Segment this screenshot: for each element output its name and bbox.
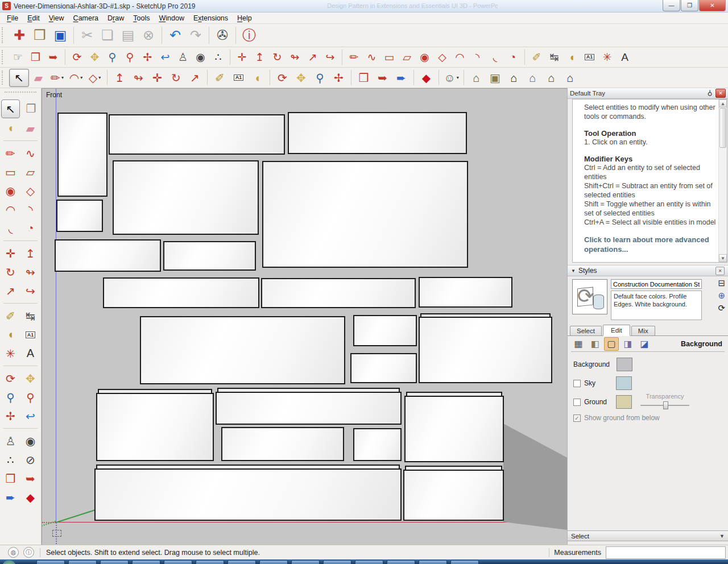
taskbar-app-button[interactable] xyxy=(132,560,160,564)
tab-mix[interactable]: Mix xyxy=(631,326,655,335)
scrollbar-thumb[interactable] xyxy=(719,108,726,148)
zoom-button[interactable]: ⚲ xyxy=(2,388,19,406)
stone-block[interactable] xyxy=(109,114,285,155)
paint-bucket-button[interactable]: ◖ xyxy=(248,69,267,86)
view-back-button[interactable]: ⌂ xyxy=(523,69,542,86)
start-button[interactable] xyxy=(2,560,16,564)
line-button[interactable]: ✏ xyxy=(2,144,19,162)
taskbar-app-button[interactable] xyxy=(228,560,256,564)
menu-file[interactable]: File xyxy=(2,13,23,23)
stone-block[interactable] xyxy=(419,317,552,383)
tab-select[interactable]: Select xyxy=(570,326,602,335)
rotate-button[interactable]: ↻ xyxy=(167,69,185,86)
menu-window[interactable]: Window xyxy=(154,13,188,23)
view-top-button[interactable]: ▣ xyxy=(486,69,504,86)
select-button[interactable]: ↖ xyxy=(1,99,20,118)
model-viewport[interactable]: Front xyxy=(42,88,567,545)
stone-block[interactable] xyxy=(262,161,468,268)
two-point-arc-button[interactable]: ◝ xyxy=(469,49,486,65)
arc-button[interactable]: ◠▾ xyxy=(67,69,85,86)
taskbar-app-button[interactable] xyxy=(419,560,447,564)
tape-measure-button[interactable]: ✐ xyxy=(2,307,19,325)
instructor-learn-more-link[interactable]: Click to learn about more advanced opera… xyxy=(584,235,718,254)
freehand-button[interactable]: ∿ xyxy=(22,144,39,162)
extension-warehouse-button[interactable]: ◆ xyxy=(417,69,436,86)
style-description[interactable]: Default face colors. Profile Edges. Whit… xyxy=(611,291,702,320)
windows-taskbar[interactable] xyxy=(0,559,728,564)
scale-button[interactable]: ↗ xyxy=(2,282,19,300)
rotate-button[interactable]: ↻ xyxy=(2,263,19,281)
rotate-button[interactable]: ↻ xyxy=(268,49,286,65)
zoom-extents-button[interactable]: ✢ xyxy=(329,69,348,86)
style-thumbnail[interactable]: ⟳ xyxy=(572,279,607,314)
sky-color-swatch[interactable] xyxy=(616,376,632,390)
arc-button[interactable]: ◠ xyxy=(451,49,469,65)
title-bar[interactable]: S Veneer-Dimensional-Ashlar-3D-#1.skp - … xyxy=(0,0,728,13)
scrollbar[interactable]: ▲ ▼ xyxy=(718,99,727,262)
move-button[interactable]: ✛ xyxy=(2,244,19,262)
stone-block[interactable] xyxy=(140,316,345,384)
face-settings-icon[interactable]: ◧ xyxy=(588,337,602,351)
orbit-button[interactable]: ⟳ xyxy=(2,370,19,387)
pan-button[interactable]: ✥ xyxy=(292,69,311,86)
edge-settings-icon[interactable]: ▦ xyxy=(571,337,586,351)
stone-block[interactable] xyxy=(103,277,259,308)
zoom-previous-button[interactable]: ↩ xyxy=(156,49,174,65)
text-button[interactable]: A1 xyxy=(22,326,39,343)
watermark-settings-icon[interactable]: ◨ xyxy=(621,337,635,351)
hand-tool-button[interactable]: ☞ xyxy=(9,49,27,65)
tape-measure-button[interactable]: ✐ xyxy=(528,49,545,65)
taskbar-app-button[interactable] xyxy=(450,560,479,564)
stone-block[interactable] xyxy=(353,315,417,346)
stone-block[interactable] xyxy=(350,353,417,383)
stone-block[interactable] xyxy=(56,200,103,232)
toolbar-drag-handle[interactable] xyxy=(2,50,6,64)
section-plane-button[interactable]: ⊘ xyxy=(22,451,39,468)
push-pull-button[interactable]: ↥ xyxy=(110,69,129,86)
menu-draw[interactable]: Draw xyxy=(103,13,129,23)
collapsed-select-panel[interactable]: Select ▼ xyxy=(568,530,728,541)
stone-block[interactable] xyxy=(163,241,256,271)
ground-color-swatch[interactable] xyxy=(616,395,632,409)
toolbar-drag-handle[interactable] xyxy=(2,27,6,43)
stone-block[interactable] xyxy=(288,112,467,154)
taskbar-app-button[interactable] xyxy=(291,560,320,564)
menu-extensions[interactable]: Extensions xyxy=(189,13,233,23)
background-settings-icon[interactable]: ▢ xyxy=(604,337,619,351)
menu-view[interactable]: View xyxy=(44,13,69,23)
zoom-extents-button[interactable]: ✢ xyxy=(2,407,19,425)
dimension-button[interactable]: ↹ xyxy=(545,49,563,65)
offset-button[interactable]: ↪ xyxy=(22,282,39,300)
toolbar-drag-handle[interactable] xyxy=(2,70,6,85)
stone-block[interactable] xyxy=(403,470,504,521)
pie-button[interactable]: ◔ xyxy=(504,49,522,65)
measurements-input[interactable] xyxy=(606,546,726,559)
transparency-slider[interactable] xyxy=(640,401,689,409)
follow-me-button[interactable]: ↬ xyxy=(286,49,304,65)
stone-block[interactable] xyxy=(261,278,416,308)
toolbar-drag-handle[interactable] xyxy=(5,92,36,95)
eraser-button[interactable]: ▰ xyxy=(22,119,39,137)
print-button[interactable]: ✇ xyxy=(212,26,233,45)
text-button[interactable]: A1 xyxy=(229,69,248,86)
tray-header[interactable]: Default Tray ⚲ ✕ xyxy=(568,88,728,99)
modeling-settings-icon[interactable]: ◪ xyxy=(637,337,652,351)
line-button[interactable]: ✏ xyxy=(345,49,363,65)
rectangle-button[interactable]: ▭ xyxy=(380,49,398,65)
menu-edit[interactable]: Edit xyxy=(23,13,44,23)
open-button[interactable]: ❒ xyxy=(30,26,50,45)
three-point-arc-button[interactable]: ◟ xyxy=(2,219,19,237)
menu-camera[interactable]: Camera xyxy=(69,13,103,23)
pan-button[interactable]: ✥ xyxy=(22,370,39,387)
share-model-button[interactable]: ➥ xyxy=(22,470,39,487)
orbit-button[interactable]: ⟳ xyxy=(68,49,86,65)
select-button[interactable]: ↖ xyxy=(9,69,29,87)
redo-button[interactable]: ↷ xyxy=(185,26,206,45)
save-button[interactable]: ▣ xyxy=(50,26,71,45)
close-button[interactable]: ✕ xyxy=(699,0,726,11)
send-to-layout-button[interactable]: ➨ xyxy=(392,69,411,86)
position-camera-button[interactable]: ♙ xyxy=(174,49,192,65)
show-ground-checkbox[interactable]: ✓ xyxy=(573,414,581,422)
zoom-button[interactable]: ⚲ xyxy=(311,69,329,86)
get-models-button[interactable]: ❒ xyxy=(354,69,373,86)
